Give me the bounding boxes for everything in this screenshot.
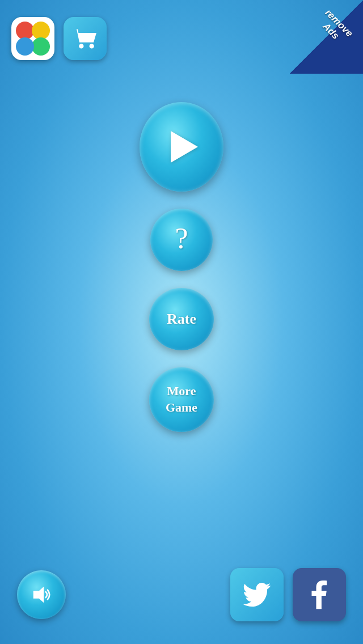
rate-button[interactable]: Rate: [149, 288, 214, 350]
sound-button[interactable]: [17, 570, 66, 619]
main-buttons: ? Rate MoreGame: [140, 102, 223, 432]
bottom-section: [0, 568, 363, 621]
game-center-circles: [16, 22, 50, 56]
store-icon[interactable]: [64, 17, 107, 60]
svg-point-0: [79, 44, 83, 48]
gc-green-circle: [32, 37, 50, 56]
top-icons: [11, 17, 107, 60]
social-buttons: [230, 568, 346, 621]
play-triangle-icon: [171, 131, 198, 163]
help-label: ?: [175, 224, 188, 253]
facebook-button[interactable]: [293, 568, 346, 621]
facebook-icon: [303, 578, 336, 611]
gc-blue-circle: [16, 37, 34, 56]
more-game-button[interactable]: MoreGame: [149, 367, 214, 432]
rate-label: Rate: [167, 311, 196, 328]
svg-point-1: [90, 44, 94, 48]
remove-ads-banner[interactable]: removeAds: [289, 0, 363, 74]
svg-marker-2: [33, 587, 44, 603]
more-game-label: MoreGame: [166, 383, 197, 416]
play-button[interactable]: [140, 102, 223, 192]
remove-ads-text: removeAds: [302, 0, 363, 60]
twitter-icon: [240, 578, 273, 611]
help-button[interactable]: ?: [150, 209, 213, 271]
twitter-button[interactable]: [230, 568, 284, 621]
sound-icon: [29, 583, 53, 607]
cart-icon: [71, 24, 99, 53]
game-center-icon[interactable]: [11, 17, 54, 60]
